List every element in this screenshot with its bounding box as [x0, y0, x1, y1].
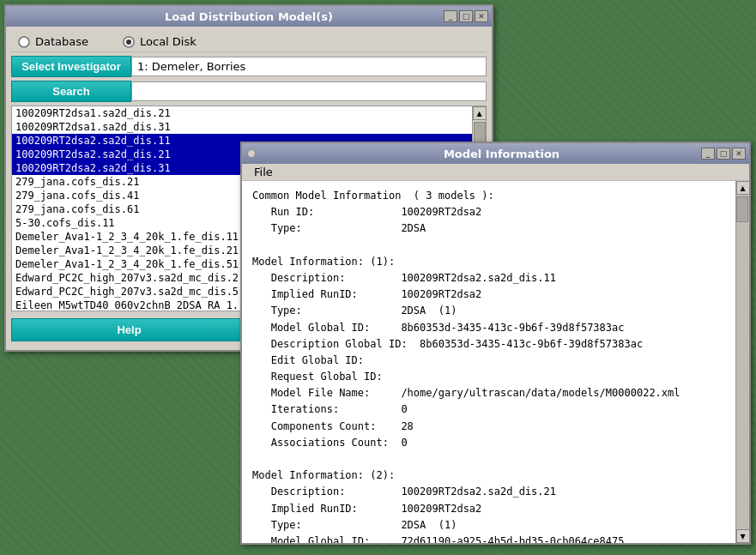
search-input[interactable]	[131, 81, 487, 101]
model-minimize-button[interactable]: _	[701, 148, 715, 160]
localdisk-radio-circle	[123, 36, 135, 48]
maximize-button[interactable]: □	[459, 10, 473, 22]
search-row: Search	[11, 81, 487, 102]
file-menu[interactable]: File	[247, 164, 280, 180]
database-radio-circle	[18, 36, 30, 48]
model-scroll-thumb[interactable]	[736, 196, 748, 222]
load-window-title: Load Distribution Model(s)	[11, 10, 487, 23]
search-button[interactable]: Search	[11, 81, 131, 102]
model-scroll-up[interactable]: ▲	[736, 181, 750, 195]
model-window-titlebar: Model Information _ □ ✕	[242, 143, 749, 164]
model-scroll-track[interactable]	[736, 195, 749, 529]
investigator-row: Select Investigator 1: Demeler, Borries	[11, 56, 487, 77]
investigator-value: 1: Demeler, Borries	[131, 57, 487, 76]
model-maximize-button[interactable]: □	[717, 148, 730, 160]
model-scroll-down[interactable]: ▼	[736, 529, 750, 543]
model-information-window: Model Information _ □ ✕ File Common Mode…	[240, 142, 751, 545]
model-scrollbar[interactable]: ▲ ▼	[735, 181, 749, 543]
list-item[interactable]: 100209RT2dsa1.sa2d_dis.31	[12, 120, 472, 134]
scroll-up-arrow[interactable]: ▲	[473, 106, 487, 120]
localdisk-radio[interactable]: Local Disk	[123, 35, 197, 48]
load-window-titlebar: Load Distribution Model(s) _ □ ✕	[6, 6, 492, 27]
model-window-title: Model Information	[259, 148, 744, 160]
minimize-button[interactable]: _	[444, 10, 457, 22]
model-content-area: Common Model Information ( 3 models ): R…	[242, 181, 749, 543]
help-button[interactable]: Help	[11, 318, 247, 341]
radio-row: Database Local Disk	[11, 32, 487, 52]
database-radio[interactable]: Database	[18, 35, 88, 48]
localdisk-radio-label: Local Disk	[140, 35, 197, 48]
model-close-button[interactable]: ✕	[732, 148, 746, 160]
close-button[interactable]: ✕	[475, 10, 488, 22]
select-investigator-button[interactable]: Select Investigator	[11, 56, 131, 77]
model-menubar: File	[242, 164, 749, 181]
model-text-content: Common Model Information ( 3 models ): R…	[242, 181, 735, 543]
model-window-icon	[247, 149, 256, 158]
database-radio-label: Database	[35, 35, 88, 48]
list-item[interactable]: 100209RT2dsa1.sa2d_dis.21	[12, 106, 472, 120]
